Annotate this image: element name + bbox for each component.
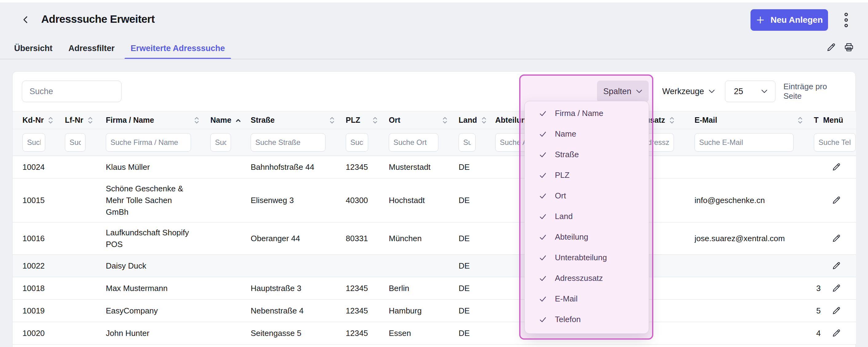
row-edit-button[interactable] xyxy=(823,162,856,172)
back-button[interactable] xyxy=(19,13,33,27)
column-toggle-label: Adresszusatz xyxy=(555,274,603,283)
filter-cell-name xyxy=(210,129,251,156)
page-size-select[interactable]: 25 xyxy=(725,81,775,102)
column-header-email[interactable]: E-Mail xyxy=(694,112,814,129)
sort-icon[interactable] xyxy=(372,116,378,124)
cell-name xyxy=(210,156,251,179)
cell-ort: München xyxy=(389,222,459,255)
table-row: 10022Daisy DuckDE xyxy=(12,255,856,277)
cell-plz: 12345 xyxy=(346,156,389,179)
column-toggle-item[interactable]: Straße xyxy=(525,144,649,165)
table-row: 10019EasyCompanyNebenstraße 412345Hambur… xyxy=(12,299,856,322)
sort-ascending-icon[interactable] xyxy=(236,118,241,122)
table-row: 10018Max MustermannHauptstraße 312345Ber… xyxy=(12,277,856,299)
row-edit-button[interactable] xyxy=(823,261,856,271)
filter-input-email[interactable] xyxy=(694,133,794,152)
pencil-icon xyxy=(831,195,841,205)
cell-kdnr: 10015 xyxy=(12,179,65,222)
cell-plz: 12345 xyxy=(346,322,389,345)
filter-input-strasse[interactable] xyxy=(251,133,326,152)
sort-icon[interactable] xyxy=(88,116,93,124)
sort-icon[interactable] xyxy=(669,116,675,124)
column-label: Kd-Nr xyxy=(23,116,44,125)
filter-input-ort[interactable] xyxy=(389,133,438,152)
tools-button[interactable]: Werkzeuge xyxy=(662,87,711,96)
row-edit-button[interactable] xyxy=(823,195,856,205)
more-options-button[interactable] xyxy=(841,11,851,29)
cell-strasse: Oberanger 44 xyxy=(251,222,346,255)
row-edit-button[interactable] xyxy=(823,306,856,316)
cell-strasse: Seitengasse 5 xyxy=(251,322,346,345)
sort-icon[interactable] xyxy=(194,116,199,124)
cell-plz: 40300 xyxy=(346,179,389,222)
column-toggle-label: Abteilung xyxy=(555,232,588,242)
tab-erweiterte-adresssuche[interactable]: Erweiterte Adresssuche xyxy=(131,41,225,59)
column-toggle-item[interactable]: Telefon xyxy=(525,309,649,330)
row-edit-button[interactable] xyxy=(823,233,856,243)
table-row: 10024Klaus MüllerBahnhofstraße 4412345Mu… xyxy=(12,156,856,179)
column-toggle-item[interactable]: Abteilung xyxy=(525,227,649,247)
column-header-name[interactable]: Name xyxy=(210,112,251,129)
chevron-down-icon xyxy=(636,89,643,94)
filter-input-land[interactable] xyxy=(459,133,475,152)
cell-plz: 12345 xyxy=(346,277,389,299)
sort-icon[interactable] xyxy=(330,116,335,124)
cell-email xyxy=(694,277,814,299)
cell-ort: Berlin xyxy=(389,277,459,299)
sort-icon[interactable] xyxy=(442,116,447,124)
filter-input-t[interactable] xyxy=(814,133,856,152)
cell-plz: 12345 xyxy=(346,299,389,322)
filter-cell-email xyxy=(694,129,814,156)
cell-name xyxy=(210,277,251,299)
print-button[interactable] xyxy=(843,41,855,54)
row-edit-button[interactable] xyxy=(823,283,856,293)
column-toggle-item[interactable]: Firma / Name xyxy=(525,103,649,124)
filter-cell-lfnr xyxy=(65,129,106,156)
column-toggle-label: Firma / Name xyxy=(555,108,603,118)
column-toggle-item[interactable]: Name xyxy=(525,124,649,144)
columns-button-label: Spalten xyxy=(603,87,631,96)
cell-firma: Laufkundschaft Shopify POS xyxy=(106,222,210,255)
column-toggle-item[interactable]: E-Mail xyxy=(525,289,649,309)
cell-t xyxy=(814,255,823,277)
filter-cell-firma xyxy=(106,129,210,156)
column-toggle-item[interactable]: Unterabteilung xyxy=(525,247,649,268)
cell-kdnr: 10019 xyxy=(12,299,65,322)
sort-icon[interactable] xyxy=(48,116,53,124)
column-toggle-item[interactable]: PLZ xyxy=(525,165,649,186)
cell-email xyxy=(694,299,814,322)
sort-icon[interactable] xyxy=(798,116,803,124)
columns-button[interactable]: Spalten xyxy=(597,81,649,102)
new-entry-button[interactable]: Neu Anlegen xyxy=(750,9,828,31)
column-header-plz[interactable]: PLZ xyxy=(346,112,389,129)
filter-input-firma[interactable] xyxy=(106,133,191,152)
table-row: 10015Schöne Geschenke & Mehr Tolle Sache… xyxy=(12,179,856,222)
cell-plz xyxy=(346,255,389,277)
column-header-lfnr[interactable]: Lf-Nr xyxy=(65,112,106,129)
filter-input-plz[interactable] xyxy=(346,133,368,152)
column-header-firma[interactable]: Firma / Name xyxy=(106,112,210,129)
column-header-kdnr[interactable]: Kd-Nr xyxy=(12,112,65,129)
tab-uebersicht[interactable]: Übersicht xyxy=(14,41,53,59)
filter-input-lfnr[interactable] xyxy=(65,133,86,152)
cell-kdnr: 10016 xyxy=(12,222,65,255)
row-edit-button[interactable] xyxy=(823,328,856,338)
column-toggle-item[interactable]: Ort xyxy=(525,186,649,206)
column-toggle-item[interactable]: Adresszusatz xyxy=(525,268,649,289)
edit-page-button[interactable] xyxy=(825,41,837,54)
tab-adressfilter[interactable]: Adressfilter xyxy=(69,41,115,59)
filter-input-kdnr[interactable] xyxy=(23,133,45,152)
global-search-input[interactable] xyxy=(22,81,122,102)
column-header-strasse[interactable]: Straße xyxy=(251,112,346,129)
column-header-land[interactable]: Land xyxy=(459,112,495,129)
filter-input-name[interactable] xyxy=(210,133,231,152)
column-label: Ort xyxy=(389,116,401,125)
pencil-icon xyxy=(831,283,841,293)
cell-ort: Essen xyxy=(389,322,459,345)
cell-land: DE xyxy=(459,322,495,345)
check-icon xyxy=(539,192,547,200)
cell-strasse: Nebenstraße 4 xyxy=(251,299,346,322)
column-header-ort[interactable]: Ort xyxy=(389,112,459,129)
sort-icon[interactable] xyxy=(482,116,487,124)
column-toggle-item[interactable]: Land xyxy=(525,206,649,227)
